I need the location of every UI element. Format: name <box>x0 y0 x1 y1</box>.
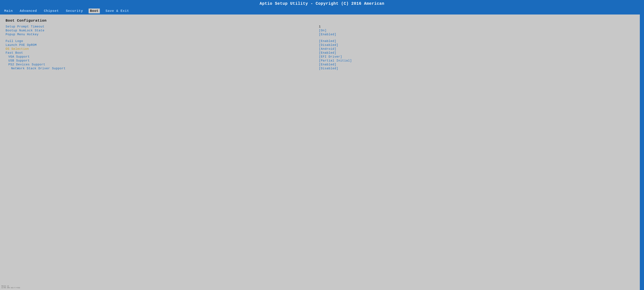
table-row[interactable]: Popup Menu Hotkey[Enabled] <box>6 33 575 36</box>
bios-screen: Aptio Setup Utility - Copyright (C) 2016… <box>0 0 644 290</box>
setting-value: [Disabled] <box>319 43 338 47</box>
table-row[interactable]: Setup Prompt Timeout1 <box>6 25 575 28</box>
nav-item-security[interactable]: Security <box>64 9 84 13</box>
watermark: MEIZU 18ULTRA SMA OIS © FISZ <box>2 285 20 288</box>
right-panel <box>640 15 644 290</box>
setting-value: [On] <box>319 29 326 32</box>
setting-label: VGA Support <box>6 55 319 58</box>
setting-value: [Enabled] <box>319 51 336 55</box>
settings-table: Setup Prompt Timeout1Bootup NumLock Stat… <box>6 25 575 70</box>
nav-item-save-and-exit[interactable]: Save & Exit <box>104 9 130 13</box>
table-row[interactable]: PS2 Devices Support[Enabled] <box>6 63 575 66</box>
setting-value: [Partial Initial] <box>319 59 352 62</box>
table-row[interactable]: VGA Support[EFI Driver] <box>6 55 575 58</box>
spacer <box>6 37 575 39</box>
setting-label: PS2 Devices Support <box>6 63 319 66</box>
nav-bar: MainAdvancedChipsetSecurityBootSave & Ex… <box>0 8 644 15</box>
setting-label: Full Logo <box>6 40 319 43</box>
setting-label: OS Selection <box>6 47 319 51</box>
table-row[interactable]: Launch PXE OpROM[Disabled] <box>6 43 575 47</box>
setting-label: Bootup NumLock State <box>6 29 319 32</box>
setting-value: 1 <box>319 25 321 28</box>
setting-label: USB Support <box>6 59 319 62</box>
setting-label: NetWork Stack Driver Support <box>6 67 319 70</box>
nav-item-chipset[interactable]: Chipset <box>42 9 60 13</box>
setting-value: [Android] <box>319 47 336 51</box>
setting-label: Fast Boot <box>6 51 319 55</box>
table-row[interactable]: Bootup NumLock State[On] <box>6 29 575 32</box>
main-content: Boot Configuration Setup Prompt Timeout1… <box>0 15 644 290</box>
table-row[interactable]: NetWork Stack Driver Support[Disabled] <box>6 67 575 70</box>
table-row[interactable]: USB Support[Partial Initial] <box>6 59 575 62</box>
nav-item-boot[interactable]: Boot <box>88 9 100 13</box>
setting-value: [Enabled] <box>319 33 336 36</box>
setting-value: [Enabled] <box>319 63 336 66</box>
setting-label: Launch PXE OpROM <box>6 43 319 47</box>
setting-value: [EFI Driver] <box>319 55 342 58</box>
title-bar: Aptio Setup Utility - Copyright (C) 2016… <box>0 0 644 8</box>
setting-label: Setup Prompt Timeout <box>6 25 319 28</box>
setting-label: Popup Menu Hotkey <box>6 33 319 36</box>
table-row[interactable]: Fast Boot[Enabled] <box>6 51 575 55</box>
section-title: Boot Configuration <box>6 19 638 23</box>
setting-value: [Disabled] <box>319 67 338 70</box>
nav-item-main[interactable]: Main <box>3 9 14 13</box>
nav-item-advanced[interactable]: Advanced <box>18 9 38 13</box>
title-text: Aptio Setup Utility - Copyright (C) 2016… <box>260 2 384 6</box>
table-row[interactable]: OS Selection[Android] <box>6 47 575 51</box>
setting-value: [Enabled] <box>319 40 336 43</box>
table-row[interactable]: Full Logo[Enabled] <box>6 40 575 43</box>
